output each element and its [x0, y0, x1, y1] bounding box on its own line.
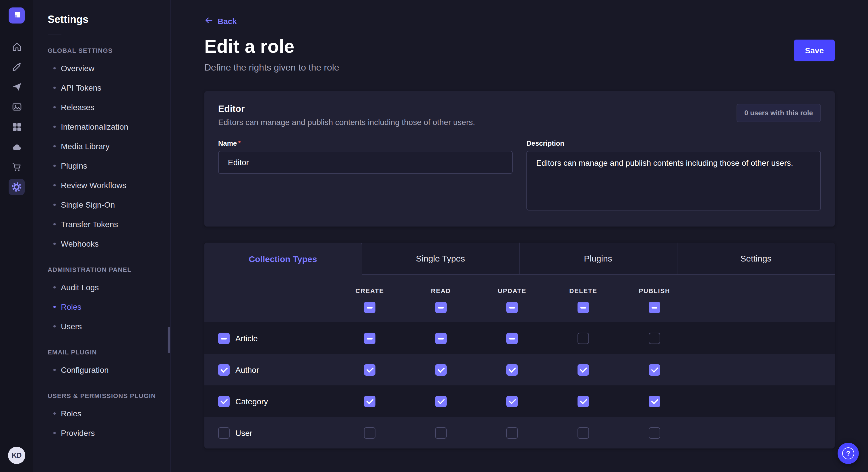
- sidebar-item-single-sign-on[interactable]: Single Sign-On: [33, 195, 170, 214]
- sidebar-item-users[interactable]: Users: [33, 316, 170, 336]
- bullet-icon: [53, 223, 56, 225]
- author-row-checkbox[interactable]: [218, 364, 229, 375]
- rail-button-content-pen[interactable]: [9, 59, 25, 74]
- sidebar-scrollbar-thumb[interactable]: [167, 327, 170, 353]
- role-details-card: Editor Editors can manage and publish co…: [205, 91, 835, 227]
- name-input[interactable]: [218, 151, 513, 174]
- column-header-create: CREATE: [334, 287, 405, 294]
- column-header-delete: DELETE: [548, 287, 619, 294]
- sidebar-item-review-workflows[interactable]: Review Workflows: [33, 175, 170, 195]
- user-row-checkbox[interactable]: [218, 427, 229, 438]
- permission-row-user: User: [205, 417, 835, 448]
- name-field: Name*: [218, 139, 513, 174]
- category-row-checkbox[interactable]: [218, 396, 229, 407]
- rail-button-layout-blocks[interactable]: [9, 119, 25, 135]
- settings-title: Settings: [33, 14, 170, 26]
- description-input[interactable]: Editors can manage and publish contents …: [526, 151, 821, 210]
- nav-section-administration-panel: ADMINISTRATION PANEL: [33, 254, 170, 278]
- bullet-icon: [53, 106, 56, 108]
- article-read-checkbox[interactable]: [435, 332, 446, 344]
- icon-rail-items: [9, 38, 25, 195]
- sidebar-item-transfer-tokens[interactable]: Transfer Tokens: [33, 214, 170, 234]
- rail-button-cart[interactable]: [9, 159, 25, 175]
- bullet-icon: [53, 432, 56, 434]
- nav-section-users-permissions-plugin: USERS & PERMISSIONS PLUGIN: [33, 380, 170, 404]
- strapi-logo[interactable]: [9, 7, 25, 24]
- sidebar-item-api-tokens[interactable]: API Tokens: [33, 78, 170, 98]
- sidebar-item-label: Releases: [61, 103, 94, 112]
- user-update-checkbox[interactable]: [506, 427, 518, 438]
- category-delete-checkbox[interactable]: [578, 396, 589, 407]
- description-label: Description: [526, 139, 821, 147]
- author-publish-checkbox[interactable]: [649, 364, 660, 375]
- bullet-icon: [53, 184, 56, 187]
- back-link[interactable]: Back: [205, 16, 237, 26]
- rail-button-paper-plane[interactable]: [9, 78, 25, 95]
- article-update-checkbox[interactable]: [506, 332, 518, 344]
- author-create-checkbox[interactable]: [364, 364, 375, 375]
- column-header-read: READ: [405, 287, 476, 294]
- bullet-icon: [53, 325, 56, 328]
- permission-row-article: Article: [205, 322, 835, 354]
- sidebar-item-roles[interactable]: Roles: [33, 404, 170, 423]
- user-create-checkbox[interactable]: [364, 427, 375, 438]
- bullet-icon: [53, 145, 56, 147]
- tab-plugins[interactable]: Plugins: [520, 243, 677, 275]
- avatar[interactable]: KD: [8, 447, 25, 464]
- sidebar-item-media-library[interactable]: Media Library: [33, 136, 170, 156]
- bullet-icon: [53, 412, 56, 415]
- category-read-checkbox[interactable]: [435, 396, 446, 407]
- rail-button-media-images[interactable]: [9, 99, 25, 115]
- rail-button-home[interactable]: [9, 38, 25, 55]
- category-create-checkbox[interactable]: [364, 396, 375, 407]
- content-pen-icon: [11, 61, 22, 72]
- role-name-heading: Editor: [218, 104, 475, 114]
- sidebar-item-label: Plugins: [61, 161, 87, 170]
- select-all-delete-checkbox[interactable]: [578, 302, 589, 313]
- user-read-checkbox[interactable]: [435, 427, 446, 438]
- row-label: User: [236, 428, 252, 437]
- tab-settings[interactable]: Settings: [677, 243, 835, 275]
- article-publish-checkbox[interactable]: [649, 332, 660, 344]
- permissions-tabs: Collection TypesSingle TypesPluginsSetti…: [205, 243, 835, 275]
- select-all-update-checkbox[interactable]: [506, 302, 518, 313]
- select-all-create-checkbox[interactable]: [364, 302, 375, 313]
- author-read-checkbox[interactable]: [435, 364, 446, 375]
- sidebar-item-label: Providers: [61, 429, 95, 438]
- help-button[interactable]: ?: [838, 443, 859, 464]
- rail-button-gear[interactable]: [9, 179, 25, 195]
- article-row-checkbox[interactable]: [218, 332, 229, 344]
- row-label: Category: [236, 397, 268, 406]
- sidebar-item-roles[interactable]: Roles: [33, 297, 170, 316]
- category-update-checkbox[interactable]: [506, 396, 518, 407]
- sidebar-item-releases[interactable]: Releases: [33, 98, 170, 117]
- permissions-card: Collection TypesSingle TypesPluginsSetti…: [205, 243, 835, 448]
- tab-collection-types[interactable]: Collection Types: [205, 243, 362, 275]
- sidebar-item-plugins[interactable]: Plugins: [33, 156, 170, 175]
- bullet-icon: [53, 306, 56, 308]
- tab-single-types[interactable]: Single Types: [362, 243, 520, 275]
- sidebar-item-providers[interactable]: Providers: [33, 423, 170, 443]
- user-publish-checkbox[interactable]: [649, 427, 660, 438]
- select-all-publish-checkbox[interactable]: [649, 302, 660, 313]
- nav-section-email-plugin: EMAIL PLUGIN: [33, 336, 170, 360]
- gear-icon: [11, 181, 22, 193]
- sidebar-item-configuration[interactable]: Configuration: [33, 360, 170, 380]
- bullet-icon: [53, 286, 56, 289]
- rail-button-cloud[interactable]: [9, 139, 25, 155]
- bullet-icon: [53, 87, 56, 89]
- category-publish-checkbox[interactable]: [649, 396, 660, 407]
- save-button[interactable]: Save: [794, 40, 835, 61]
- author-update-checkbox[interactable]: [506, 364, 518, 375]
- sidebar-item-audit-logs[interactable]: Audit Logs: [33, 278, 170, 297]
- sidebar-item-internationalization[interactable]: Internationalization: [33, 117, 170, 136]
- sidebar-item-overview[interactable]: Overview: [33, 59, 170, 78]
- user-delete-checkbox[interactable]: [578, 427, 589, 438]
- layout-blocks-icon: [11, 121, 22, 132]
- select-all-read-checkbox[interactable]: [435, 302, 446, 313]
- author-delete-checkbox[interactable]: [578, 364, 589, 375]
- sidebar-item-label: Internationalization: [61, 122, 128, 131]
- article-delete-checkbox[interactable]: [578, 332, 589, 344]
- article-create-checkbox[interactable]: [364, 332, 375, 344]
- sidebar-item-webhooks[interactable]: Webhooks: [33, 234, 170, 254]
